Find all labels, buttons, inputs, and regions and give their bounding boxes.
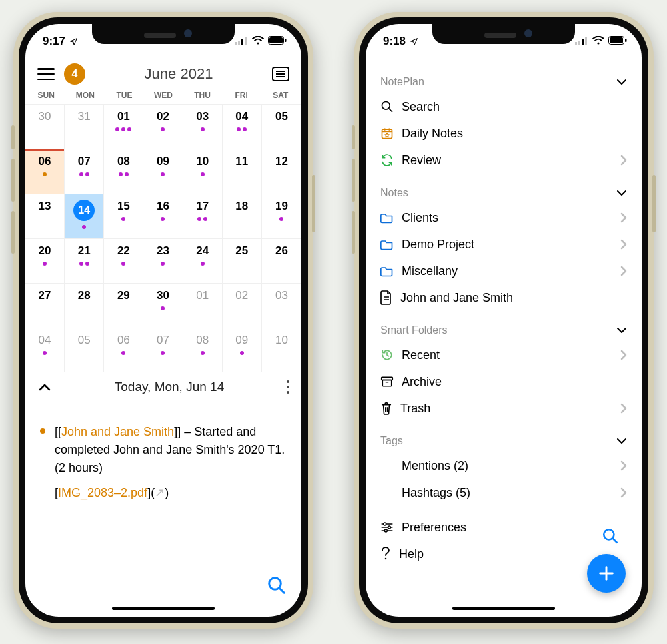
chevron-right-icon — [620, 487, 627, 498]
trash-item[interactable]: Trash — [366, 395, 642, 422]
wiki-link[interactable]: John and Jane Smith — [61, 425, 174, 438]
calendar-day[interactable]: 05 — [65, 328, 104, 372]
wifi-icon — [252, 36, 264, 45]
calendar-day[interactable]: 13 — [25, 194, 65, 238]
calendar-day[interactable]: 17 — [183, 194, 223, 238]
mentions-item[interactable]: Mentions (2) — [366, 452, 642, 479]
archive-icon — [380, 376, 394, 388]
calendar-day[interactable]: 29 — [104, 284, 143, 328]
calendar-star-icon — [380, 127, 394, 140]
calendar-day[interactable]: 22 — [104, 239, 143, 283]
svg-line-43 — [613, 539, 617, 543]
svg-point-4 — [257, 42, 259, 44]
calendar-day[interactable]: 10 — [262, 328, 301, 372]
section-notes[interactable]: Notes — [366, 182, 642, 204]
help-icon — [380, 547, 391, 561]
search-button[interactable] — [602, 527, 619, 545]
svg-rect-7 — [285, 39, 287, 42]
calendar-day[interactable]: 01 — [183, 284, 223, 328]
calendar-day[interactable]: 19 — [262, 194, 301, 238]
calendar-day[interactable]: 27 — [25, 284, 65, 328]
collapse-button[interactable] — [37, 383, 52, 391]
svg-rect-6 — [269, 37, 283, 43]
svg-rect-0 — [235, 42, 237, 45]
calendar-day[interactable]: 07 — [65, 149, 104, 194]
calendar-day[interactable]: 02 — [223, 284, 262, 328]
calendar-day[interactable]: 04 — [25, 328, 65, 372]
calendar-day[interactable]: 03 — [262, 284, 301, 328]
folder-demo-project[interactable]: Demo Project — [366, 231, 642, 258]
list-view-button[interactable] — [272, 67, 289, 81]
section-tags[interactable]: Tags — [366, 430, 642, 452]
calendar-day[interactable]: 14 — [65, 194, 104, 238]
note-john-jane[interactable]: John and Jane Smith — [366, 284, 642, 311]
hashtags-item[interactable]: Hashtags (5) — [366, 479, 642, 506]
calendar-day[interactable]: 15 — [104, 194, 143, 238]
calendar-day[interactable]: 04 — [223, 105, 262, 149]
svg-rect-15 — [578, 41, 580, 45]
chevron-right-icon — [620, 266, 627, 276]
calendar-day[interactable]: 28 — [65, 284, 104, 328]
bullet-dot — [40, 428, 45, 434]
chevron-down-icon — [616, 79, 627, 85]
calendar-day[interactable]: 02 — [143, 105, 183, 149]
folder-clients[interactable]: Clients — [366, 204, 642, 231]
calendar-day[interactable]: 21 — [65, 239, 104, 283]
calendar-day[interactable]: 18 — [223, 194, 262, 238]
section-smart-folders[interactable]: Smart Folders — [366, 319, 642, 342]
chevron-right-icon — [620, 239, 627, 250]
search-item[interactable]: Search — [366, 93, 642, 120]
calendar-day[interactable]: 26 — [262, 239, 301, 283]
calendar-day[interactable]: 24 — [183, 239, 223, 283]
search-button[interactable] — [267, 575, 287, 595]
svg-line-13 — [279, 588, 284, 593]
month-title[interactable]: June 2021 — [85, 65, 272, 83]
note-line[interactable]: [[John and Jane Smith]] – Started and co… — [55, 423, 287, 477]
preferences-item[interactable]: Preferences — [366, 514, 642, 541]
calendar-day[interactable]: 06 — [25, 149, 65, 194]
sidebar: NotePlan Search Daily Notes — [366, 71, 642, 567]
more-button[interactable] — [287, 380, 289, 394]
calendar-day[interactable]: 11 — [223, 149, 262, 194]
calendar-day[interactable]: 08 — [104, 149, 143, 194]
attachment-line[interactable]: [IMG_2083–2.pdf](↗) — [40, 484, 287, 502]
home-indicator[interactable] — [452, 607, 555, 610]
calendar-day[interactable]: 20 — [25, 239, 65, 283]
calendar-day[interactable]: 25 — [223, 239, 262, 283]
calendar-day[interactable]: 07 — [143, 328, 183, 372]
calendar-day[interactable]: 30 — [25, 105, 65, 149]
calendar-day[interactable]: 08 — [183, 328, 223, 372]
note-file-icon — [380, 290, 392, 305]
calendar-day[interactable]: 16 — [143, 194, 183, 238]
calendar-day[interactable]: 09 — [223, 328, 262, 372]
svg-line-23 — [389, 109, 392, 112]
archive-item[interactable]: Archive — [366, 368, 642, 395]
home-indicator[interactable] — [112, 607, 215, 610]
calendar-day[interactable]: 12 — [262, 149, 301, 194]
recent-item[interactable]: Recent — [366, 342, 642, 368]
calendar-day[interactable]: 06 — [104, 328, 143, 372]
calendar-grid: 3031010203040506070809101112131415161718… — [25, 104, 301, 372]
trash-icon — [380, 402, 392, 415]
phone-left: 9:17 4 — [13, 12, 313, 629]
folder-miscellany[interactable]: Miscellany — [366, 258, 642, 284]
section-app[interactable]: NotePlan — [366, 71, 642, 93]
calendar-day[interactable]: 01 — [104, 105, 143, 149]
daily-notes-item[interactable]: Daily Notes — [366, 120, 642, 147]
overdue-badge[interactable]: 4 — [64, 63, 85, 85]
svg-point-41 — [385, 558, 387, 560]
review-item[interactable]: Review — [366, 147, 642, 174]
calendar-day[interactable]: 10 — [183, 149, 223, 194]
calendar-day[interactable]: 23 — [143, 239, 183, 283]
note-area[interactable]: [[John and Jane Smith]] – Started and co… — [25, 411, 301, 502]
attachment-link[interactable]: IMG_2083–2.pdf — [58, 486, 147, 499]
external-link-icon[interactable]: ↗ — [155, 486, 165, 499]
calendar-day[interactable]: 09 — [143, 149, 183, 194]
calendar-day[interactable]: 05 — [262, 105, 301, 149]
calendar-day[interactable]: 31 — [65, 105, 104, 149]
menu-button[interactable] — [37, 68, 55, 80]
add-note-button[interactable] — [587, 554, 626, 593]
calendar-day[interactable]: 30 — [143, 284, 183, 328]
folder-icon — [380, 265, 394, 277]
calendar-day[interactable]: 03 — [183, 105, 223, 149]
